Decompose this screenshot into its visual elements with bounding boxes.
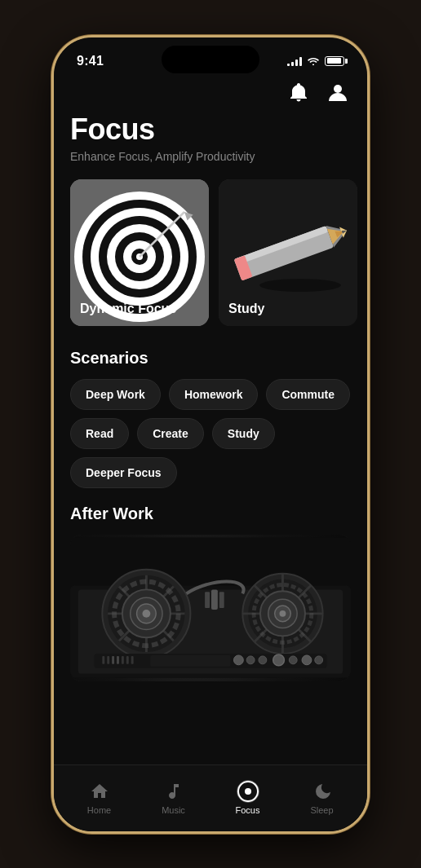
svg-rect-58 [131, 656, 134, 664]
after-work-title: After Work [70, 504, 351, 523]
svg-point-64 [289, 656, 297, 664]
sleep-moon-icon [313, 781, 331, 802]
after-work-card[interactable] [70, 535, 351, 681]
svg-rect-57 [126, 656, 129, 664]
scenario-tag-study[interactable]: Study [212, 418, 275, 449]
signal-icon [287, 56, 302, 66]
nav-item-focus[interactable]: Focus [219, 781, 277, 815]
nav-label-sleep: Sleep [310, 805, 333, 815]
home-icon [90, 781, 109, 802]
focus-cards-row: Dynamic Focus [54, 179, 367, 333]
svg-point-65 [302, 655, 312, 665]
page-title: Focus [70, 112, 351, 147]
study-label: Study [228, 302, 264, 316]
svg-rect-67 [150, 655, 230, 667]
music-icon [164, 781, 184, 802]
svg-rect-48 [205, 592, 210, 608]
svg-point-63 [273, 654, 285, 666]
svg-point-22 [259, 279, 341, 292]
svg-rect-50 [219, 592, 224, 608]
scenario-tag-create[interactable]: Create [137, 418, 204, 449]
nav-item-music[interactable]: Music [145, 781, 202, 815]
svg-point-61 [246, 656, 255, 664]
nav-label-home: Home [87, 805, 111, 815]
main-content: Focus Enhance Focus, Amplify Productivit… [54, 73, 367, 764]
svg-point-0 [334, 85, 342, 93]
focus-card-dynamic-focus[interactable]: Dynamic Focus [70, 179, 209, 326]
scenario-tag-read[interactable]: Read [70, 418, 129, 449]
scroll-area: Focus Enhance Focus, Amplify Productivit… [54, 112, 367, 764]
scenario-tag-homework[interactable]: Homework [169, 379, 259, 410]
wifi-icon [307, 55, 320, 68]
svg-rect-52 [102, 656, 104, 664]
nav-label-focus: Focus [236, 805, 260, 815]
svg-rect-49 [211, 589, 218, 610]
battery-icon [325, 56, 344, 66]
dynamic-island [162, 46, 259, 73]
reel-machine-svg [70, 536, 351, 679]
status-icons [287, 55, 344, 68]
status-time: 9:41 [77, 54, 104, 68]
scenario-tag-commute[interactable]: Commute [266, 379, 350, 410]
notification-bell-icon[interactable] [286, 80, 312, 106]
focus-card-study[interactable]: Study [219, 179, 357, 326]
nav-label-music: Music [162, 805, 185, 815]
scenario-tag-deep-work[interactable]: Deep Work [70, 379, 161, 410]
svg-point-66 [315, 656, 323, 664]
svg-rect-54 [112, 656, 114, 664]
profile-icon[interactable] [325, 80, 351, 106]
scenarios-title: Scenarios [70, 349, 351, 368]
page-subtitle: Enhance Focus, Amplify Productivity [70, 150, 351, 163]
nav-item-home[interactable]: Home [71, 781, 128, 815]
scenario-tag-deeper-focus[interactable]: Deeper Focus [70, 457, 177, 488]
svg-rect-53 [107, 656, 109, 664]
turntable-background [70, 535, 351, 681]
svg-rect-56 [122, 656, 124, 664]
svg-rect-55 [117, 656, 119, 664]
bottom-nav: Home Music Focus [54, 764, 367, 831]
top-actions [54, 73, 367, 112]
focus-nav-icon [237, 781, 259, 802]
dynamic-focus-label: Dynamic Focus [80, 302, 176, 316]
svg-point-35 [142, 610, 150, 618]
svg-point-60 [234, 655, 244, 665]
nav-item-sleep[interactable]: Sleep [294, 781, 351, 815]
svg-point-46 [280, 610, 286, 617]
svg-point-62 [259, 656, 267, 664]
scenarios-grid: Deep Work Homework Commute Read Create [70, 379, 351, 488]
